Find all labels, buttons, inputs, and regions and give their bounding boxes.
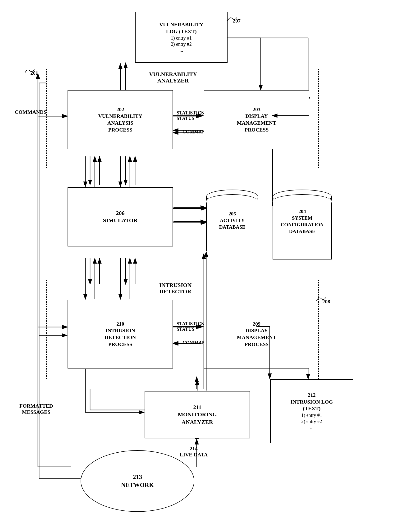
intrusion-log-ellipsis: ...: [310, 425, 313, 431]
stats-status-top: STATISTICS/STATUS: [177, 110, 205, 121]
dmp-203-box: 203 DISPLAY MANAGEMENT PROCESS: [204, 90, 309, 149]
simulator-label: SIMULATOR: [103, 217, 138, 224]
dmp-209-label3: PROCESS: [245, 341, 269, 348]
formatted-messages-label: FORMATTEDMESSAGES: [19, 403, 53, 415]
idp-box: 210 INTRUSION DETECTION PROCESS: [67, 300, 173, 368]
network-id: 213: [133, 473, 142, 481]
vulnerability-log-box: VULNERABILITY LOG (TEXT) 1) entry #1 2) …: [135, 12, 228, 63]
idp-label2: DETECTION: [105, 334, 136, 341]
vulnerability-log-label2: LOG (TEXT): [166, 28, 197, 35]
diagram-container: VULNERABILITY LOG (TEXT) 1) entry #1 2) …: [0, 0, 420, 523]
intrusion-log-id-label: 212: [308, 392, 316, 399]
commands-left-label: COMMANDS: [15, 109, 46, 115]
dmp-209-label2: MANAGEMENT: [237, 334, 276, 341]
dmp-203-id: 203: [253, 106, 261, 113]
vulnerability-log-ellipsis: ...: [180, 47, 183, 53]
squiggle-201: [24, 66, 38, 75]
vap-id: 202: [116, 106, 124, 113]
vap-label1: VULNERABILITY: [98, 113, 142, 120]
vap-label2: ANALYSIS: [107, 120, 133, 127]
vulnerability-analyzer-label: VULNERABILITYANALYZER: [138, 71, 209, 84]
stats-status-bottom: STATISTICS/STATUS: [177, 321, 205, 332]
activity-database-cylinder: 205 ACTIVITY DATABASE: [206, 190, 258, 251]
simulator-id: 206: [116, 210, 125, 217]
vap-label3: PROCESS: [108, 127, 132, 133]
idp-label1: INTRUSION: [106, 327, 135, 334]
vap-box: 202 VULNERABILITY ANALYSIS PROCESS: [67, 90, 173, 149]
dmp-209-id: 209: [253, 321, 261, 327]
dmp-203-label2: MANAGEMENT: [237, 120, 276, 127]
network-label: NETWORK: [121, 481, 154, 489]
system-config-database-cylinder: 204 SYSTEM CONFIGURATION DATABASE: [272, 190, 332, 260]
monitoring-analyzer-label2: ANALYZER: [181, 418, 213, 426]
dmp-209-label1: DISPLAY: [245, 327, 268, 334]
dmp-209-box: 209 DISPLAY MANAGEMENT PROCESS: [204, 300, 309, 368]
intrusion-detector-label: INTRUSIONDETECTOR: [136, 282, 214, 295]
squiggle-208: [315, 294, 329, 303]
network-ellipse: 213 NETWORK: [81, 450, 194, 512]
monitoring-analyzer-label: MONITORING: [178, 411, 217, 418]
vulnerability-log-label: VULNERABILITY: [159, 21, 203, 28]
intrusion-log-label1: INTRUSION LOG: [290, 399, 333, 405]
dmp-203-label1: DISPLAY: [245, 113, 268, 120]
squiggle-207: [226, 14, 241, 23]
intrusion-log-box: 212 INTRUSION LOG (TEXT) 1) entry #1 2) …: [270, 379, 353, 443]
monitoring-analyzer-box: 211 MONITORING ANALYZER: [145, 391, 250, 438]
idp-label3: PROCESS: [108, 341, 132, 348]
simulator-box: 206 SIMULATOR: [67, 187, 173, 246]
intrusion-log-entry1: 1) entry #1: [301, 412, 322, 418]
monitoring-analyzer-id: 211: [193, 404, 201, 411]
intrusion-log-label2: (TEXT): [303, 405, 321, 412]
vulnerability-log-entry2: 2) entry #2: [171, 41, 192, 47]
dmp-203-label3: PROCESS: [245, 127, 269, 133]
idp-id: 210: [116, 321, 124, 327]
vulnerability-log-entry1: 1) entry #1: [171, 35, 192, 41]
live-data-label: 214LIVE DATA: [180, 446, 208, 458]
intrusion-log-entry2: 2) entry #2: [301, 418, 322, 425]
